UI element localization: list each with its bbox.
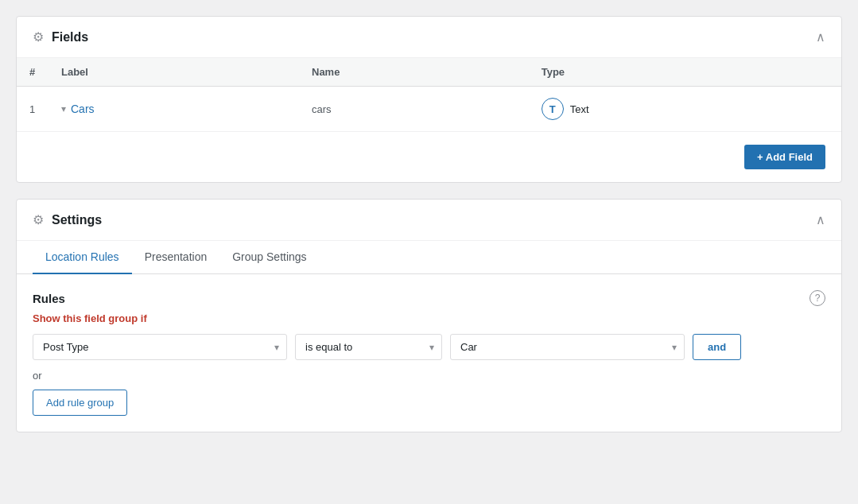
col-label: Label xyxy=(49,58,299,87)
post-type-select-wrapper: Post Type ▾ xyxy=(33,334,287,360)
tab-presentation[interactable]: Presentation xyxy=(132,241,220,274)
show-if-label: Show this field group if xyxy=(33,312,825,324)
row-label: ▾ Cars xyxy=(49,87,299,132)
post-type-select[interactable]: Post Type xyxy=(33,334,287,360)
type-icon: T xyxy=(542,98,564,120)
row-number: 1 xyxy=(17,87,49,132)
col-number: # xyxy=(17,58,49,87)
tab-location-rules[interactable]: Location Rules xyxy=(33,241,132,274)
field-label-text[interactable]: Cars xyxy=(71,103,95,115)
fields-title: Fields xyxy=(52,30,88,45)
col-type: Type xyxy=(529,58,841,87)
table-row: 1 ▾ Cars cars T Text xyxy=(17,87,841,132)
rules-title: Rules xyxy=(33,292,65,305)
settings-body: Rules ? Show this field group if Post Ty… xyxy=(17,274,841,432)
row-chevron-icon: ▾ xyxy=(61,103,66,114)
settings-title: Settings xyxy=(52,213,102,227)
settings-card: ⚙ Settings ∧ Location Rules Presentation… xyxy=(16,199,842,432)
type-label: Text xyxy=(570,103,589,115)
fields-title-group: ⚙ Fields xyxy=(33,29,88,45)
settings-gear-icon: ⚙ xyxy=(33,212,44,227)
add-field-row: + Add Field xyxy=(17,131,841,182)
row-name: cars xyxy=(299,87,529,132)
rules-header: Rules ? xyxy=(33,290,825,306)
value-select[interactable]: Car xyxy=(450,334,685,360)
fields-table: # Label Name Type 1 ▾ Cars cars T Text xyxy=(17,58,841,131)
fields-gear-icon: ⚙ xyxy=(33,29,44,45)
settings-tabs: Location Rules Presentation Group Settin… xyxy=(17,241,841,274)
fields-card: ⚙ Fields ∧ # Label Name Type 1 ▾ Cars ca… xyxy=(16,16,842,183)
and-button[interactable]: and xyxy=(693,334,741,360)
col-name: Name xyxy=(299,58,529,87)
settings-card-header: ⚙ Settings ∧ xyxy=(17,200,841,241)
or-label: or xyxy=(33,370,825,382)
condition-select-wrapper: is equal to ▾ xyxy=(295,334,442,360)
add-rule-group-button[interactable]: Add rule group xyxy=(33,390,127,416)
tab-group-settings[interactable]: Group Settings xyxy=(219,241,319,274)
fields-collapse-icon[interactable]: ∧ xyxy=(816,29,825,45)
condition-select[interactable]: is equal to xyxy=(295,334,442,360)
fields-table-header-row: # Label Name Type xyxy=(17,58,841,87)
fields-card-header: ⚙ Fields ∧ xyxy=(17,17,841,58)
row-type: T Text xyxy=(529,87,841,132)
rule-row: Post Type ▾ is equal to ▾ Car ▾ and xyxy=(33,334,825,360)
help-icon[interactable]: ? xyxy=(809,290,825,306)
value-select-wrapper: Car ▾ xyxy=(450,334,685,360)
settings-collapse-icon[interactable]: ∧ xyxy=(816,212,825,227)
settings-title-group: ⚙ Settings xyxy=(33,212,102,227)
add-field-button[interactable]: + Add Field xyxy=(744,145,825,169)
